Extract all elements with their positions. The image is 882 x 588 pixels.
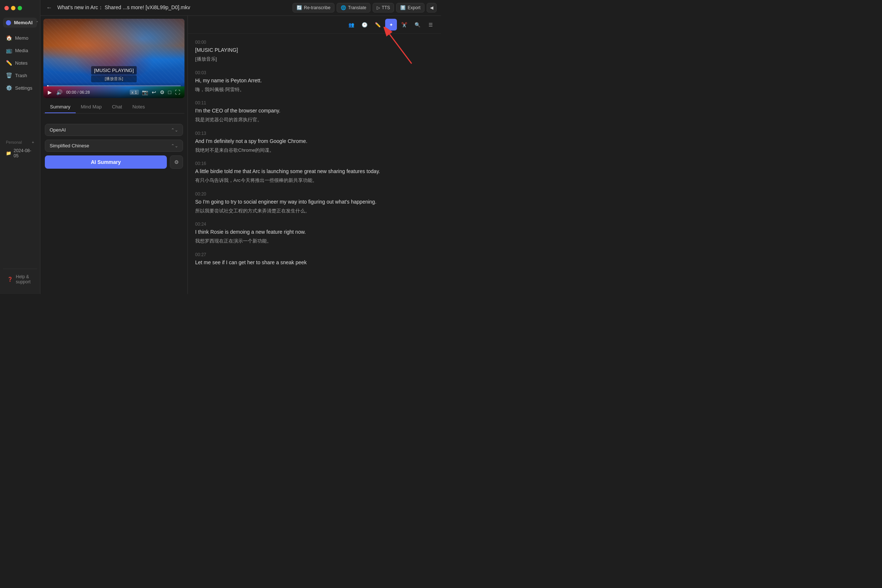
transcript-chinese-6: 我想罗西现在正在演示一个新功能。 — [195, 237, 434, 245]
edit-icon-btn[interactable]: ✏️ — [372, 19, 384, 30]
search-icon-btn[interactable]: 🔍 — [412, 19, 423, 30]
sidebar-item-media[interactable]: 📺 Media — [3, 45, 37, 56]
menu-icon: ☰ — [429, 22, 433, 28]
maximize-button[interactable] — [18, 6, 22, 10]
sidebar-item-trash-label: Trash — [15, 73, 27, 78]
timestamp-7: 00:27 — [195, 252, 434, 257]
help-support-button[interactable]: ❓ Help & support — [6, 272, 34, 286]
folder-item-2024[interactable]: 📁 2024-08-05 — [3, 146, 37, 160]
main-nav: 🏠 Memo 📺 Media ✏️ Notes 🗑️ Trash ⚙️ Sett… — [3, 32, 37, 137]
transcript-english-3: And I'm definitely not a spy from Google… — [195, 138, 434, 145]
transcript-entry-7: 00:27 Let me see if I can get her to sha… — [195, 252, 434, 266]
settings-video-button[interactable]: ⚙ — [159, 88, 165, 96]
right-panel: 👥 🕐 ✏️ ✦ ✂️ — [188, 16, 441, 294]
help-label: Help & support — [16, 274, 33, 285]
transcript-english-7: Let me see if I can get her to share a s… — [195, 259, 434, 266]
topbar: ← What's new in Arc： Shared ...s more! [… — [40, 0, 441, 16]
media-icon: 📺 — [6, 47, 12, 53]
tts-button[interactable]: ▷ TTS — [373, 3, 394, 12]
sidebar-item-memo[interactable]: 🏠 Memo — [3, 32, 37, 44]
ai-summary-button[interactable]: AI Summary — [45, 156, 167, 169]
more-button[interactable]: ◀ — [427, 3, 436, 12]
retranscribe-icon: 🔄 — [297, 5, 302, 10]
language-select[interactable]: Simplified Chinese ⌃⌄ — [45, 140, 183, 152]
sidebar-item-trash[interactable]: 🗑️ Trash — [3, 69, 37, 81]
tts-label: TTS — [382, 5, 390, 10]
fullscreen-button[interactable]: ⛶ — [174, 88, 181, 96]
transcript-english-1: Hi, my name is Peyton Arrett. — [195, 77, 434, 84]
sidebar-item-media-label: Media — [15, 48, 28, 53]
magic-icon-btn[interactable]: ✦ — [385, 19, 397, 30]
back-button[interactable]: ← — [45, 3, 54, 12]
export-button[interactable]: ⬆️ Export — [396, 3, 424, 12]
clock-icon: 🕐 — [362, 22, 368, 28]
transcript-entry-1: 00:03 Hi, my name is Peyton Arrett. 嗨，我叫… — [195, 70, 434, 93]
ai-provider-select[interactable]: OpenAI ⌃⌄ — [45, 124, 183, 136]
export-icon: ⬆️ — [400, 5, 406, 10]
translate-icon: 🌐 — [340, 5, 346, 10]
edit-icon: ✏️ — [375, 22, 381, 28]
summary-content: OpenAI ⌃⌄ Simplified Chinese ⌃⌄ AI Summa… — [44, 117, 184, 291]
help-icon: ❓ — [8, 277, 13, 282]
language-label: Simplified Chinese — [50, 143, 89, 148]
transcript-english-5: So I'm going to try to social engineer m… — [195, 198, 434, 206]
transcript-entry-4: 00:16 A little birdie told me that Arc i… — [195, 161, 434, 184]
content-area: [MUSIC PLAYING] [播放音乐] ▶ 🔊 00:00 / — [40, 16, 441, 294]
transcript-chinese-0: [播放音乐] — [195, 56, 434, 63]
progress-bar-fill — [47, 85, 48, 86]
brand-selector[interactable]: MemoAI ⌃ — [3, 18, 37, 28]
add-folder-button[interactable]: + — [32, 140, 34, 144]
close-button[interactable] — [4, 6, 9, 10]
timestamp-4: 00:16 — [195, 161, 434, 166]
tab-mindmap[interactable]: Mind Map — [76, 101, 107, 113]
screenshot-button[interactable]: 📷 — [141, 88, 149, 96]
tab-summary-label: Summary — [50, 104, 70, 110]
transcript-english-6: I think Rosie is demoing a new feature r… — [195, 228, 434, 236]
transcript-english-0: [MUSIC PLAYING] — [195, 46, 434, 54]
transcript-chinese-3: 我绝对不是来自谷歌Chrome的间谍。 — [195, 147, 434, 154]
transcript-entry-3: 00:13 And I'm definitely not a spy from … — [195, 131, 434, 154]
tab-notes[interactable]: Notes — [127, 101, 150, 113]
cut-icon-btn[interactable]: ✂️ — [398, 19, 410, 30]
tab-summary[interactable]: Summary — [45, 101, 76, 113]
video-player[interactable]: [MUSIC PLAYING] [播放音乐] ▶ 🔊 00:00 / — [44, 19, 184, 98]
timestamp-1: 00:03 — [195, 70, 434, 75]
progress-bar[interactable] — [47, 85, 181, 86]
settings-icon: ⚙️ — [6, 85, 12, 91]
time-current: 00:00 — [66, 90, 76, 94]
minimize-button[interactable] — [11, 6, 15, 10]
gear-icon: ⚙ — [174, 159, 179, 165]
transcript-chinese-5: 所以我要尝试社交工程的方式来弄清楚正在发生什么。 — [195, 207, 434, 214]
summary-settings-button[interactable]: ⚙ — [170, 156, 183, 169]
sidebar-item-notes[interactable]: ✏️ Notes — [3, 57, 37, 69]
transcript-chinese-4: 有只小鸟告诉我，Arc今天将推出一些很棒的新共享功能。 — [195, 177, 434, 184]
ai-summary-label: AI Summary — [91, 159, 121, 165]
provider-chevron-icon: ⌃⌄ — [171, 128, 178, 133]
menu-icon-btn[interactable]: ☰ — [425, 19, 436, 30]
controls-row: ▶ 🔊 00:00 / 06:28 x 1 📷 ↩ ⚙ □ — [47, 88, 181, 96]
subtitle-english: [MUSIC PLAYING] — [91, 66, 137, 75]
play-pause-button[interactable]: ▶ — [47, 88, 52, 96]
scissors-icon: ✂️ — [401, 22, 407, 28]
more-icon: ◀ — [430, 5, 433, 10]
ai-provider-label: OpenAI — [50, 127, 66, 133]
personal-section: Personal + — [3, 137, 37, 146]
volume-button[interactable]: 🔊 — [56, 88, 63, 96]
speakers-icon-btn[interactable]: 👥 — [345, 19, 357, 30]
retranscribe-button[interactable]: 🔄 Re-transcribe — [292, 3, 334, 12]
transcript-chinese-2: 我是浏览器公司的首席执行官。 — [195, 116, 434, 123]
retranscribe-label: Re-transcribe — [304, 5, 330, 10]
speed-badge[interactable]: x 1 — [130, 90, 139, 95]
timestamp-icon-btn[interactable]: 🕐 — [358, 19, 370, 30]
folder-icon: 📁 — [6, 151, 11, 156]
sidebar-footer: ❓ Help & support — [3, 268, 37, 290]
tab-chat[interactable]: Chat — [107, 101, 127, 113]
translate-button[interactable]: 🌐 Translate — [337, 3, 370, 12]
personal-section-label: Personal — [6, 140, 22, 144]
pencil-icon: ✏️ — [6, 60, 12, 66]
subtitle-button[interactable]: □ — [168, 88, 172, 96]
sidebar-item-notes-label: Notes — [15, 60, 28, 66]
loop-button[interactable]: ↩ — [151, 88, 157, 96]
sidebar-item-settings[interactable]: ⚙️ Settings — [3, 82, 37, 94]
right-controls: x 1 📷 ↩ ⚙ □ ⛶ — [130, 88, 181, 96]
